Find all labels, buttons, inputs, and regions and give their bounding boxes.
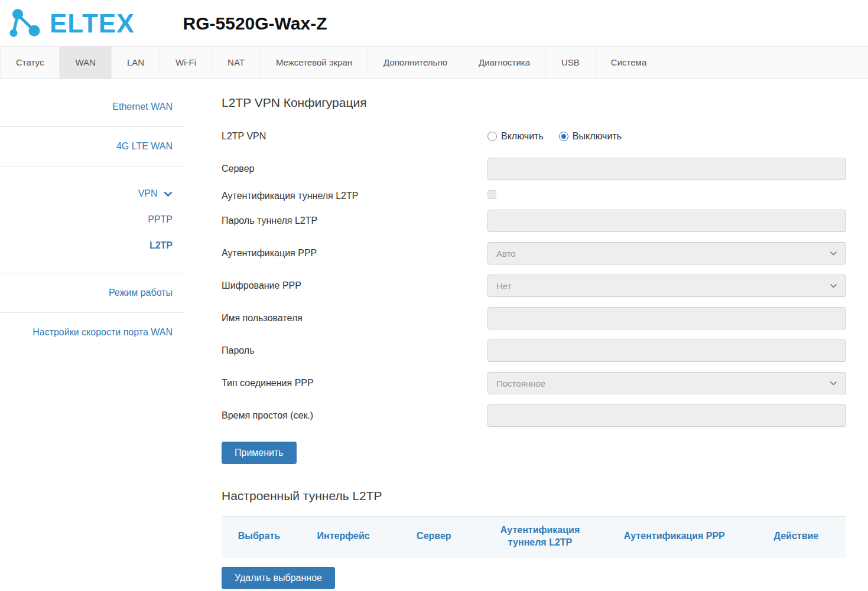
eltex-logo-icon: [8, 8, 45, 39]
sidebar-item-vpn-label: VPN: [138, 188, 158, 198]
chevron-down-icon: [830, 381, 837, 386]
page-section-title: L2TP VPN Конфигурация: [222, 96, 846, 110]
ppp-auth-label: Аутентификация PPP: [222, 248, 487, 259]
form-row-ppp-encryption: Шифрование PPP Нет: [222, 275, 846, 297]
nav-tab-wan[interactable]: WAN: [60, 47, 111, 79]
ppp-auth-selected-value: Авто: [496, 249, 516, 259]
form-row-idle-time: Время простоя (сек.): [222, 404, 846, 427]
column-header-ppp-auth: Аутентификация PPP: [603, 517, 746, 557]
nav-tab-status[interactable]: Статус: [0, 47, 60, 79]
radio-disable-icon[interactable]: [559, 132, 568, 141]
radio-enable-icon[interactable]: [487, 132, 497, 141]
brand-name: ELTEX: [50, 11, 135, 37]
l2tp-vpn-radio-group: Включить Выключить: [487, 131, 846, 142]
username-input[interactable]: [487, 307, 846, 329]
nav-tab-firewall[interactable]: Межсетевой экран: [261, 47, 368, 79]
form-row-password: Пароль: [222, 339, 846, 362]
nav-tab-lan[interactable]: LAN: [112, 47, 160, 79]
sidebar-item-4g-lte-wan[interactable]: 4G LTE WAN: [12, 141, 173, 152]
tunnels-section-title: Настроенный туннель L2TP: [222, 489, 846, 503]
chevron-down-icon: [830, 283, 837, 289]
sidebar-group-lte: 4G LTE WAN: [0, 127, 184, 166]
nav-tab-diagnostics[interactable]: Диагностика: [463, 47, 546, 79]
column-header-server: Сервер: [390, 517, 477, 557]
column-header-select: Выбрать: [222, 517, 297, 557]
sidebar-group-port-speed: Настройки скорости порта WAN: [0, 313, 184, 352]
password-label: Пароль: [222, 345, 487, 356]
ppp-encryption-selected-value: Нет: [496, 281, 512, 291]
form-row-l2tp-vpn: L2TP VPN Включить Выключить: [222, 125, 846, 148]
server-input[interactable]: [487, 158, 846, 180]
form-row-username: Имя пользователя: [222, 307, 846, 329]
sidebar-item-work-mode[interactable]: Режим работы: [12, 288, 173, 298]
sidebar-group-vpn: VPN PPTP L2TP: [0, 166, 184, 273]
sidebar-item-l2tp[interactable]: L2TP: [12, 233, 173, 259]
ppp-encryption-select[interactable]: Нет: [487, 275, 846, 297]
radio-option-enable[interactable]: Включить: [487, 131, 544, 142]
l2tp-vpn-label: L2TP VPN: [222, 131, 487, 142]
form-row-tunnel-auth: Аутентификация туннеля L2TP: [222, 190, 846, 201]
idle-time-input[interactable]: [487, 404, 846, 427]
tunnel-auth-checkbox[interactable]: [487, 190, 496, 199]
ppp-connection-type-select[interactable]: Постоянное: [487, 372, 846, 394]
main-panel: L2TP VPN Конфигурация L2TP VPN Включить …: [184, 79, 868, 591]
nav-tab-system[interactable]: Система: [596, 47, 662, 79]
column-header-action: Действие: [746, 517, 846, 557]
username-label: Имя пользователя: [222, 313, 487, 324]
sidebar-item-pptp[interactable]: PPTP: [12, 207, 173, 233]
password-input[interactable]: [487, 339, 846, 362]
nav-tab-usb[interactable]: USB: [546, 47, 596, 79]
tunnel-auth-label: Аутентификация туннеля L2TP: [222, 191, 487, 201]
radio-enable-label: Включить: [501, 131, 544, 142]
content-area: Ethernet WAN 4G LTE WAN VPN PPTP L2TP Ре…: [0, 79, 868, 591]
ppp-connection-type-selected-value: Постоянное: [496, 378, 545, 388]
device-title: RG-5520G-Wax-Z: [183, 14, 327, 34]
radio-option-disable[interactable]: Выключить: [559, 131, 622, 142]
server-label: Сервер: [222, 164, 487, 174]
sidebar-item-ethernet-wan[interactable]: Ethernet WAN: [12, 102, 173, 112]
ppp-auth-select[interactable]: Авто: [487, 242, 846, 265]
delete-selected-button[interactable]: Удалить выбранное: [222, 567, 335, 589]
ppp-connection-type-label: Тип соединения PPP: [222, 378, 487, 388]
chevron-down-icon: [830, 251, 837, 256]
nav-tab-wifi[interactable]: Wi-Fi: [160, 47, 212, 79]
sidebar-item-vpn[interactable]: VPN: [12, 181, 173, 207]
tunnel-password-input[interactable]: [487, 210, 846, 232]
tunnels-table-header: Выбрать Интерфейс Сервер Аутентификация …: [222, 516, 846, 557]
nav-tab-nat[interactable]: NAT: [212, 47, 261, 79]
form-row-ppp-connection-type: Тип соединения PPP Постоянное: [222, 372, 846, 394]
tunnel-password-label: Пароль туннеля L2TP: [222, 215, 487, 226]
sidebar-item-wan-port-speed[interactable]: Настройки скорости порта WAN: [12, 327, 173, 338]
sidebar-group-mode: Режим работы: [0, 273, 184, 313]
chevron-down-icon: [164, 191, 173, 197]
column-header-interface: Интерфейс: [297, 517, 391, 557]
app-header: ELTEX RG-5520G-Wax-Z: [0, 0, 868, 46]
ppp-encryption-label: Шифрование PPP: [222, 280, 487, 291]
eltex-logo: ELTEX: [8, 8, 135, 39]
form-row-tunnel-password: Пароль туннеля L2TP: [222, 210, 846, 232]
sidebar: Ethernet WAN 4G LTE WAN VPN PPTP L2TP Ре…: [0, 79, 184, 352]
form-row-server: Сервер: [222, 158, 846, 180]
top-navigation: Статус WAN LAN Wi-Fi NAT Межсетевой экра…: [0, 46, 868, 79]
idle-time-label: Время простоя (сек.): [222, 410, 487, 421]
form-row-ppp-auth: Аутентификация PPP Авто: [222, 242, 846, 265]
apply-button[interactable]: Применить: [222, 442, 297, 464]
radio-disable-label: Выключить: [573, 131, 622, 142]
nav-tab-advanced[interactable]: Дополнительно: [368, 47, 463, 79]
column-header-tunnel-auth: Аутентификация туннеля L2TP: [477, 517, 602, 557]
sidebar-group-ethernet: Ethernet WAN: [0, 87, 184, 127]
